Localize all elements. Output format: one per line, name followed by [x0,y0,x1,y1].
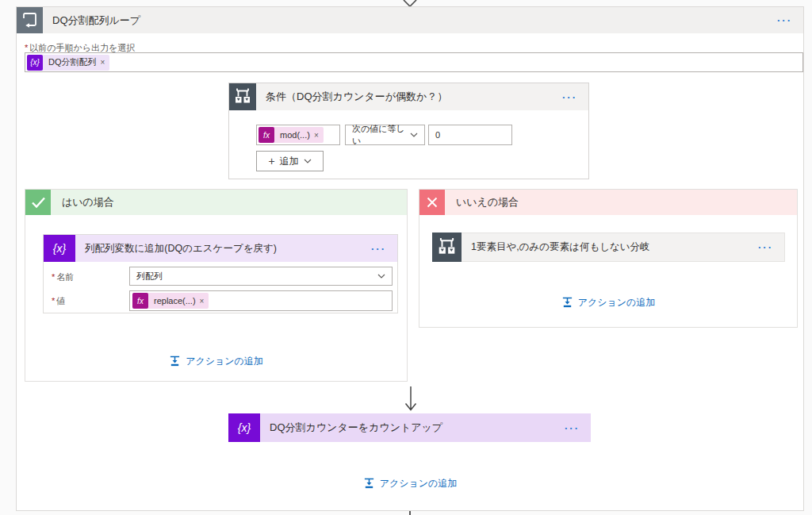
name-field-label-text: 名前 [56,272,74,282]
condition-menu-button[interactable]: ··· [562,91,577,103]
loop-card-header[interactable]: DQ分割配列ループ ··· [17,7,803,33]
if-no-branch: いいえの場合 1要素目や,のみの要素は何もしない分岐 ··· [419,189,798,328]
check-icon [25,190,51,215]
value-field-label-text: 値 [56,296,65,306]
append-variable-title: 列配列変数に追加(DQのエスケープを戻す) [85,242,277,256]
x-icon [419,190,445,215]
loop-add-action-label: アクションの追加 [380,477,458,490]
chevron-down-icon [377,274,385,279]
if-no-header[interactable]: いいえの場合 [419,190,797,215]
expression-token[interactable]: fx mod(...) × [259,127,324,143]
name-field-label: *名前 [52,271,74,283]
variable-token-label: DQ分割配列 [43,56,101,68]
required-asterisk: * [52,272,55,282]
condition-value-input[interactable]: 0 [428,125,512,145]
value-field-input[interactable]: fx replace(...) × [129,290,393,311]
expression-token-icon: fx [259,127,274,143]
remove-token-icon[interactable]: × [200,297,209,306]
loop-add-action-link[interactable]: アクションの追加 [363,477,458,490]
remove-token-icon[interactable]: × [101,58,110,67]
loop-menu-button[interactable]: ··· [777,14,792,26]
loop-icon [17,7,43,33]
condition-add-label: 追加 [280,155,299,168]
append-variable-menu-button[interactable]: ··· [371,243,386,255]
if-no-title: いいえの場合 [456,195,519,209]
condition-value-text: 0 [435,130,440,140]
name-field-select[interactable]: 列配列 [129,267,393,286]
if-yes-branch: はいの場合 {x} 列配列変数に追加(DQのエスケープを戻す) ··· *名前 … [25,189,408,382]
loop-source-input[interactable]: {x} DQ分割配列 × [25,52,803,72]
expression-token-label: mod(...) [274,130,314,140]
nested-condition-menu-button[interactable]: ··· [758,241,773,253]
condition-operator-value: 次の値に等しい [352,123,410,147]
expression-token-icon: fx [132,293,148,309]
condition-operator-select[interactable]: 次の値に等しい [345,125,425,145]
add-action-icon [169,356,181,367]
nested-condition-card[interactable]: 1要素目や,のみの要素は何もしない分岐 ··· [432,233,785,262]
chevron-down-icon [410,133,418,137]
loop-param-label-text: 以前の手順から出力を選択 [29,43,135,52]
increment-counter-title: DQ分割カウンターをカウントアップ [270,421,442,435]
name-field-value: 列配列 [136,271,163,282]
no-branch-add-action-link[interactable]: アクションの追加 [561,296,656,309]
value-field-label: *値 [52,295,65,307]
variable-token[interactable]: {x} DQ分割配列 × [27,55,109,71]
condition-card: 条件（DQ分割カウンターが偶数か？） ··· fx mod(...) × 次の値… [228,83,589,179]
remove-token-icon[interactable]: × [314,131,324,140]
add-action-icon [561,297,573,309]
expression-token[interactable]: fx replace(...) × [132,293,209,309]
if-yes-header[interactable]: はいの場合 [25,190,407,215]
condition-title: 条件（DQ分割カウンターが偶数か？） [266,90,447,104]
increment-counter-card[interactable]: {x} DQ分割カウンターをカウントアップ ··· [228,413,591,442]
condition-add-button[interactable]: + 追加 [256,151,324,171]
loop-title: DQ分割配列ループ [52,13,140,28]
no-branch-add-action-label: アクションの追加 [578,296,656,309]
condition-icon [432,233,462,262]
chevron-down-icon [304,159,312,163]
nested-condition-title: 1要素目や,のみの要素は何もしない分岐 [471,240,650,254]
add-action-icon [363,478,375,490]
condition-operand-input[interactable]: fx mod(...) × [256,125,340,145]
connector-arrow-mid [404,386,418,412]
variable-action-icon: {x} [44,235,75,262]
increment-counter-menu-button[interactable]: ··· [565,422,580,434]
yes-branch-add-action-link[interactable]: アクションの追加 [169,355,263,368]
condition-card-header[interactable]: 条件（DQ分割カウンターが偶数か？） ··· [229,83,588,110]
connector-line-bottom [409,511,411,515]
required-asterisk: * [52,296,55,306]
required-asterisk: * [25,43,28,52]
flow-designer-canvas: DQ分割配列ループ ··· *以前の手順から出力を選択 {x} DQ分割配列 × [0,0,812,515]
append-variable-header[interactable]: {x} 列配列変数に追加(DQのエスケープを戻す) ··· [44,235,397,262]
plus-icon: + [268,155,274,167]
expression-token-label: replace(...) [148,296,200,306]
if-yes-title: はいの場合 [62,195,114,209]
variable-action-icon: {x} [228,413,260,442]
variable-token-icon: {x} [27,55,43,71]
loop-scope-card: DQ分割配列ループ ··· *以前の手順から出力を選択 {x} DQ分割配列 × [16,6,804,511]
append-variable-card: {x} 列配列変数に追加(DQのエスケープを戻す) ··· *名前 列配列 *値… [43,234,398,313]
yes-branch-add-action-label: アクションの追加 [186,355,263,368]
condition-icon [229,83,256,110]
